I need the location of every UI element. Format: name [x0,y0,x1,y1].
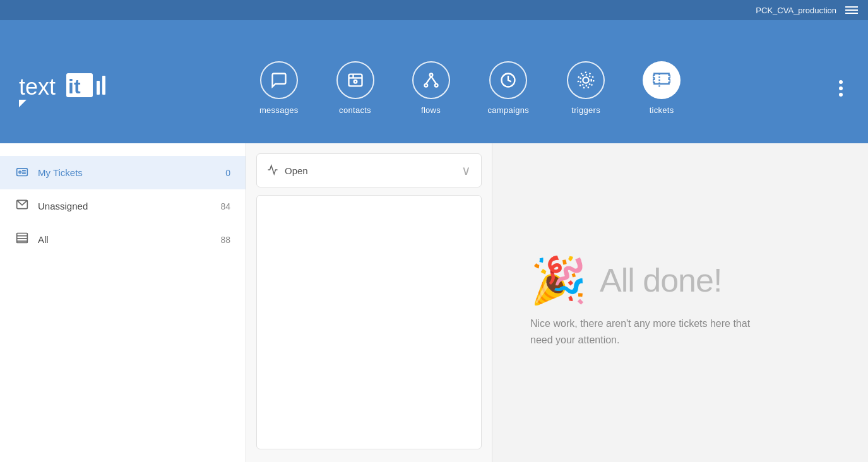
ticket-list-box [256,195,482,449]
svg-rect-4 [102,76,105,95]
content-area: 🎉 All done! Nice work, there aren't any … [492,143,868,462]
svg-point-12 [434,84,437,87]
contacts-icon [336,61,374,99]
svg-point-17 [580,74,592,86]
tickets-label: tickets [650,105,674,115]
all-done-title: All done! [600,261,722,299]
messages-icon [260,61,298,99]
flows-label: flows [421,105,441,115]
my-tickets-icon [15,165,29,181]
svg-line-14 [431,76,436,84]
svg-marker-5 [19,100,27,107]
hamburger-icon[interactable] [845,6,858,14]
sidebar-item-unassigned[interactable]: Unassigned 84 [0,189,246,223]
triggers-icon [567,61,605,99]
status-dropdown-label: Open [285,165,308,176]
my-tickets-label: My Tickets [38,167,217,178]
main-nav: messages contacts flows [114,55,826,121]
svg-text:text: text [19,74,56,100]
all-count: 88 [220,235,230,245]
nav-contacts[interactable]: contacts [318,55,393,121]
status-dropdown-icon [267,164,278,177]
nav-tickets[interactable]: tickets [624,55,699,121]
unassigned-count: 84 [220,201,230,211]
all-done-container: 🎉 All done! Nice work, there aren't any … [530,258,770,348]
nav-messages[interactable]: messages [241,55,318,121]
nav-triggers[interactable]: triggers [548,55,624,121]
tickets-icon [643,61,681,99]
more-menu[interactable] [826,74,855,103]
my-tickets-count: 0 [225,168,230,178]
svg-point-9 [354,80,357,83]
svg-text:it: it [68,75,81,98]
sidebar: My Tickets 0 Unassigned 84 [0,143,246,462]
sidebar-item-my-tickets[interactable]: My Tickets 0 [0,156,246,189]
campaigns-label: campaigns [488,105,530,115]
flows-icon [412,61,450,99]
svg-line-13 [425,76,431,84]
svg-rect-3 [97,81,100,95]
svg-point-21 [19,171,21,173]
unassigned-label: Unassigned [38,201,211,211]
messages-label: messages [259,105,299,115]
unassigned-icon [15,198,29,214]
nav-flows[interactable]: flows [393,55,469,121]
ticket-list-panel: Open ∨ [246,143,492,462]
contacts-label: contacts [339,105,371,115]
campaigns-icon [489,61,527,99]
all-label: All [38,234,211,245]
all-done-title-row: 🎉 All done! [530,258,722,303]
svg-point-16 [583,77,588,83]
all-icon [15,232,29,247]
svg-point-10 [429,74,432,77]
logo[interactable]: text it [13,62,114,115]
account-name: PCK_CVA_production [756,6,836,15]
all-done-subtitle: Nice work, there aren't any more tickets… [530,316,770,348]
triggers-label: triggers [571,105,600,115]
nav-campaigns[interactable]: campaigns [469,55,549,121]
dropdown-arrow-icon: ∨ [461,163,471,178]
svg-point-11 [424,84,427,87]
status-dropdown[interactable]: Open ∨ [256,153,482,187]
sidebar-item-all[interactable]: All 88 [0,223,246,256]
party-emoji: 🎉 [530,258,587,303]
